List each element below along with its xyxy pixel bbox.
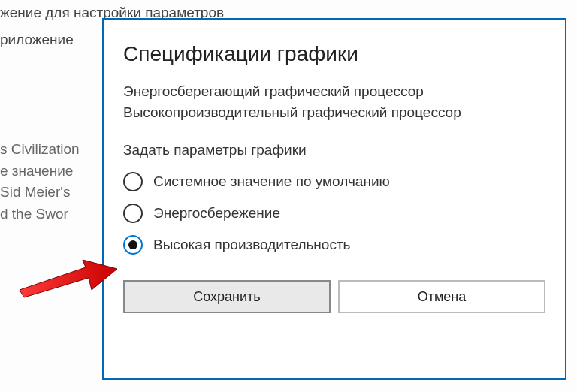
radio-option-system-default[interactable]: Системное значение по умолчанию bbox=[123, 172, 545, 191]
save-button[interactable]: Сохранить bbox=[123, 280, 331, 313]
dialog-title: Спецификации графики bbox=[123, 42, 545, 66]
desc-line: Высокопроизводительный графический проце… bbox=[123, 102, 545, 123]
radio-label: Энергосбережение bbox=[153, 205, 280, 222]
dialog-description: Энергосберегающий графический процессор … bbox=[123, 81, 545, 122]
radio-icon bbox=[123, 172, 143, 191]
desc-line: Энергосберегающий графический процессор bbox=[123, 81, 545, 102]
radio-label: Высокая производительность bbox=[153, 237, 351, 253]
dialog-subtitle: Задать параметры графики bbox=[123, 142, 545, 158]
radio-icon-selected bbox=[123, 235, 143, 255]
cancel-button[interactable]: Отмена bbox=[338, 280, 545, 313]
radio-option-power-saving[interactable]: Энергосбережение bbox=[123, 204, 545, 223]
radio-icon bbox=[123, 204, 143, 223]
radio-option-high-performance[interactable]: Высокая производительность bbox=[123, 235, 545, 255]
radio-label: Системное значение по умолчанию bbox=[153, 173, 390, 190]
dialog-button-row: Сохранить Отмена bbox=[123, 280, 545, 313]
graphics-specifications-dialog: Спецификации графики Энергосберегающий г… bbox=[102, 18, 566, 380]
graphics-preference-radio-group: Системное значение по умолчанию Энергосб… bbox=[123, 172, 545, 255]
